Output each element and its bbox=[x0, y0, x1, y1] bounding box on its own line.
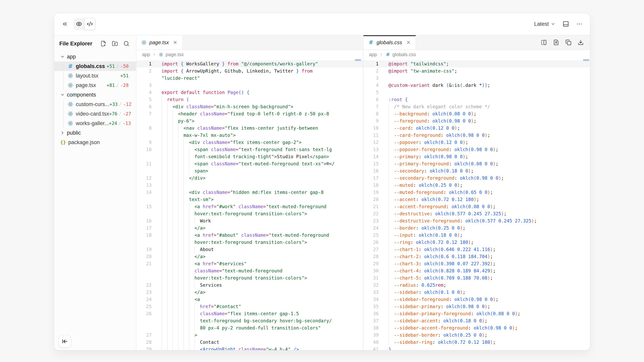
new-file-button[interactable] bbox=[100, 41, 106, 46]
indent-guide bbox=[178, 289, 184, 296]
collapse-sidebar-button[interactable] bbox=[62, 21, 68, 27]
indent-guide bbox=[189, 346, 194, 350]
code-text: hover:text-foreground transition-colors"… bbox=[194, 274, 307, 282]
panel-bottom-button[interactable] bbox=[563, 21, 569, 27]
indent-guide bbox=[167, 282, 172, 289]
diff-separator: / bbox=[119, 102, 122, 107]
indent-guide bbox=[172, 303, 178, 310]
tree-item-works-galler[interactable]: works-galler...+24/-13 bbox=[54, 119, 136, 128]
line-number: 3 bbox=[136, 82, 152, 89]
line-number: 30 bbox=[364, 267, 378, 274]
code-line: 22Services bbox=[136, 282, 363, 289]
tree-item-package-json[interactable]: {}package.json bbox=[54, 138, 136, 147]
copy-button[interactable] bbox=[566, 39, 572, 45]
indent-guide bbox=[178, 246, 184, 253]
indent-guide bbox=[162, 267, 167, 274]
tree-item-label: page.tsx bbox=[76, 82, 96, 88]
tab-close-button[interactable] bbox=[406, 40, 411, 45]
tree-item-page-tsx[interactable]: page.tsx+81/-28 bbox=[54, 80, 136, 90]
breadcrumb: app#globals.css bbox=[364, 50, 590, 59]
version-label: Latest bbox=[534, 21, 549, 27]
tree-item-public[interactable]: public bbox=[54, 128, 136, 138]
indent-guide bbox=[178, 346, 184, 350]
code-line: 38--sidebar-accent-foreground: oklch(0.9… bbox=[364, 324, 590, 332]
scrollbar-thumb[interactable] bbox=[355, 59, 361, 61]
split-dashed-button[interactable] bbox=[541, 39, 547, 45]
code-line: 6<div className="min-h-screen bg-backgro… bbox=[136, 103, 363, 110]
indent-guide bbox=[172, 153, 178, 160]
indent-guide bbox=[167, 182, 172, 189]
code-editor-page-tsx[interactable]: 1import { WorksGallery } from "@/compone… bbox=[136, 59, 363, 350]
indent-guide bbox=[189, 282, 194, 289]
line-number: 20 bbox=[364, 196, 378, 203]
indent-guide bbox=[162, 174, 167, 182]
indent-guide bbox=[172, 182, 178, 189]
code-line: max-w-7xl mx-auto"> bbox=[136, 132, 363, 139]
tree-item-layout-tsx[interactable]: layout.tsx+51 bbox=[54, 71, 136, 80]
tree-item-components[interactable]: components bbox=[54, 90, 136, 99]
tab-close-button[interactable] bbox=[173, 40, 178, 45]
top-toolbar: Latest bbox=[54, 13, 590, 35]
code-line: 3 bbox=[136, 82, 363, 89]
line-number: 28 bbox=[364, 253, 378, 260]
indent-guide bbox=[178, 217, 184, 224]
file-diff-button[interactable] bbox=[553, 39, 559, 45]
new-folder-button[interactable] bbox=[112, 41, 118, 46]
diff-separator: / bbox=[116, 64, 119, 69]
code-text: max-w-7xl mx-auto"> bbox=[184, 132, 236, 139]
indent-guide bbox=[178, 174, 184, 182]
indent-guide bbox=[172, 224, 178, 232]
code-line: 23</a> bbox=[136, 289, 363, 296]
tree-item-label: works-galler... bbox=[76, 120, 109, 126]
tab-globals-css[interactable]: #globals.css bbox=[364, 35, 416, 49]
indent-guide bbox=[184, 139, 189, 146]
code-text: </a> bbox=[194, 253, 205, 260]
code-toggle-button[interactable] bbox=[84, 18, 96, 30]
code-line: 27> bbox=[136, 332, 363, 339]
code-text: <header className="fixed top-0 left-0 ri… bbox=[178, 110, 329, 117]
indent-guide bbox=[189, 289, 194, 296]
line-number: 8 bbox=[364, 110, 378, 117]
code-line: 3 bbox=[364, 74, 590, 82]
download-button[interactable] bbox=[578, 39, 584, 45]
line-number bbox=[136, 117, 152, 124]
indent-guide bbox=[189, 239, 194, 246]
indent-guide bbox=[172, 232, 178, 239]
indent-guide bbox=[184, 167, 189, 174]
indent-guide bbox=[189, 224, 194, 232]
code-line: 16--secondary: oklch(0.18 0 0); bbox=[364, 167, 590, 174]
indent-guide bbox=[189, 274, 194, 282]
diff-removed: -12 bbox=[123, 102, 132, 107]
collapse-explorer-button[interactable] bbox=[58, 335, 71, 348]
tab-page-tsx[interactable]: page.tsx bbox=[136, 35, 183, 49]
json-icon: {} bbox=[60, 140, 66, 145]
indent-guide bbox=[178, 203, 184, 210]
scrollbar-thumb[interactable] bbox=[583, 59, 589, 61]
react-icon bbox=[68, 82, 73, 88]
file-tree: app#globals.css+51/-50layout.tsx+51page.… bbox=[54, 52, 136, 147]
code-text: Services bbox=[200, 282, 222, 289]
more-options-button[interactable] bbox=[576, 21, 582, 27]
code-text: --muted: oklch(0.25 0 0); bbox=[394, 182, 463, 189]
indent-guide bbox=[189, 267, 194, 274]
download-icon bbox=[578, 39, 584, 45]
code-text: hover:text-foreground transition-colors"… bbox=[194, 210, 307, 217]
tree-item-custom-curs[interactable]: custom-curs...+33/-12 bbox=[54, 99, 136, 109]
indent-guide bbox=[189, 203, 194, 210]
version-dropdown[interactable]: Latest bbox=[534, 21, 556, 27]
tree-item-globals-css[interactable]: #globals.css+51/-50 bbox=[54, 61, 136, 71]
indent-guide bbox=[178, 239, 184, 246]
code-line: 28--chart-2: oklch(0.6 0.118 184.704); bbox=[364, 253, 590, 260]
indent-guide bbox=[172, 339, 178, 346]
preview-toggle-button[interactable] bbox=[74, 18, 84, 30]
code-text: --chart-4: oklch(0.828 0.189 84.429); bbox=[394, 267, 496, 274]
indent-guide bbox=[388, 260, 394, 267]
code-editor-globals-css[interactable]: 1@import "tailwindcss";2@import "tw-anim… bbox=[364, 59, 590, 350]
search-files-button[interactable] bbox=[124, 41, 129, 46]
indent-guide bbox=[162, 296, 167, 303]
indent-guide bbox=[172, 317, 178, 324]
tree-item-app[interactable]: app bbox=[54, 52, 136, 61]
indent-guide bbox=[388, 274, 394, 282]
tree-item-video-card-tsx[interactable]: video-card.tsx+76/-27 bbox=[54, 109, 136, 119]
code-text: --secondary: oklch(0.18 0 0); bbox=[394, 167, 474, 174]
